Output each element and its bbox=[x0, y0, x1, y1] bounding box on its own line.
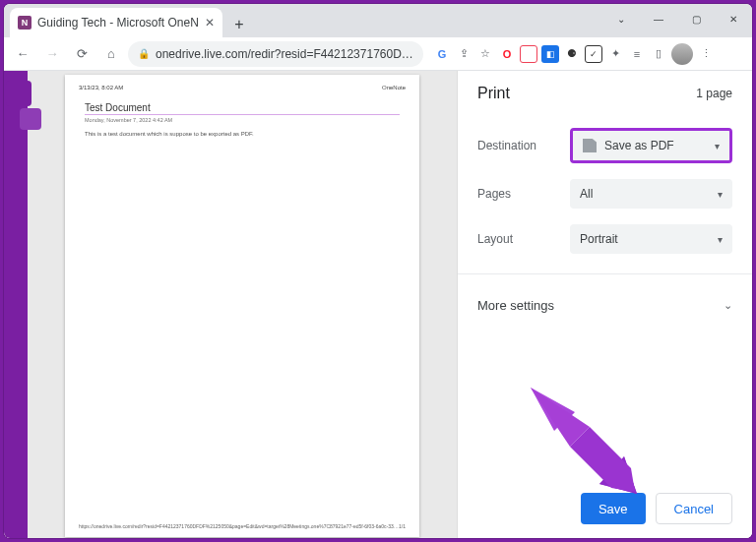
document-title: Test Document bbox=[85, 102, 400, 115]
more-settings-toggle[interactable]: More settings ⌄ bbox=[458, 286, 752, 325]
tab-title: Guiding Tech - Microsoft OneN bbox=[37, 16, 199, 30]
address-bar[interactable]: 🔒 onedrive.live.com/redir?resid=F4421237… bbox=[128, 41, 423, 67]
destination-value: Save as PDF bbox=[604, 139, 674, 152]
destination-select[interactable]: Save as PDF ▾ bbox=[573, 131, 729, 160]
extension-icons: G ⇪ ☆ O ◧ ⚈ ✓ ✦ ≡ ▯ ⋮ bbox=[433, 43, 715, 65]
layout-label: Layout bbox=[477, 232, 560, 246]
destination-label: Destination bbox=[477, 139, 560, 152]
print-preview-pane: 3/13/23, 8:02 AM OneNote Test Document M… bbox=[28, 71, 457, 538]
tab-close-icon[interactable]: ✕ bbox=[205, 16, 215, 30]
menu-icon[interactable]: ⋮ bbox=[697, 45, 715, 63]
chevron-down-icon: ⌄ bbox=[724, 299, 732, 312]
browser-tab[interactable]: N Guiding Tech - Microsoft OneN ✕ bbox=[10, 8, 222, 37]
save-button[interactable]: Save bbox=[581, 493, 646, 524]
checkbox-icon[interactable]: ✓ bbox=[585, 45, 602, 63]
share-icon[interactable]: ⇪ bbox=[455, 45, 472, 63]
close-window-button[interactable]: ✕ bbox=[715, 4, 752, 33]
url-text: onedrive.live.com/redir?resid=F442123717… bbox=[156, 47, 413, 61]
chevron-down-icon: ▾ bbox=[718, 234, 723, 245]
reader-icon[interactable]: ≡ bbox=[628, 45, 646, 63]
cancel-button-label: Cancel bbox=[674, 502, 714, 516]
onenote-favicon-icon: N bbox=[18, 16, 32, 30]
maximize-button[interactable]: ▢ bbox=[677, 4, 715, 33]
pdf-doc-icon bbox=[583, 139, 597, 152]
opera-icon[interactable]: O bbox=[498, 45, 516, 63]
cancel-button[interactable]: Cancel bbox=[656, 493, 732, 524]
music-icon[interactable]: ▯ bbox=[650, 45, 667, 63]
reload-button[interactable]: ⟳ bbox=[69, 41, 94, 67]
home-button[interactable]: ⌂ bbox=[98, 41, 124, 67]
document-body: This is a test document which is suppose… bbox=[85, 131, 400, 137]
pages-select[interactable]: All ▾ bbox=[570, 179, 732, 209]
content-area: 3/13/23, 8:02 AM OneNote Test Document M… bbox=[4, 71, 752, 538]
preview-header-date: 3/13/23, 8:02 AM bbox=[79, 85, 123, 90]
back-button[interactable]: ← bbox=[10, 41, 35, 67]
more-settings-label: More settings bbox=[477, 298, 554, 313]
preview-header-app: OneNote bbox=[382, 85, 406, 90]
print-page-count: 1 page bbox=[696, 87, 732, 100]
minimize-button[interactable]: — bbox=[640, 4, 677, 33]
lock-icon: 🔒 bbox=[138, 48, 150, 59]
print-actions: Save Cancel bbox=[458, 479, 752, 538]
print-title: Print bbox=[477, 85, 510, 102]
save-button-label: Save bbox=[598, 502, 628, 516]
pages-label: Pages bbox=[477, 187, 560, 201]
onenote-sidebar bbox=[4, 71, 28, 538]
pocket-icon[interactable] bbox=[520, 45, 537, 63]
google-icon[interactable]: G bbox=[433, 45, 451, 63]
chevron-down-icon: ▾ bbox=[715, 141, 720, 151]
browser-toolbar: ← → ⟳ ⌂ 🔒 onedrive.live.com/redir?resid=… bbox=[4, 37, 752, 71]
forward-button[interactable]: → bbox=[39, 41, 65, 67]
star-icon[interactable]: ☆ bbox=[476, 45, 494, 63]
profile-avatar[interactable] bbox=[671, 43, 693, 65]
chevron-down-icon: ▾ bbox=[718, 189, 723, 200]
preview-footer-page: 1/1 bbox=[399, 523, 406, 529]
separator bbox=[458, 273, 752, 274]
layout-value: Portrait bbox=[580, 232, 618, 246]
puzzle-icon[interactable]: ✦ bbox=[606, 45, 624, 63]
browser-window: N Guiding Tech - Microsoft OneN ✕ + ⌄ — … bbox=[4, 4, 752, 538]
extension-badge-icon[interactable]: ◧ bbox=[541, 45, 559, 63]
chevron-down-icon[interactable]: ⌄ bbox=[602, 4, 640, 33]
preview-page: 3/13/23, 8:02 AM OneNote Test Document M… bbox=[65, 75, 419, 537]
layout-select[interactable]: Portrait ▾ bbox=[570, 224, 732, 254]
onenote-expand-icon[interactable] bbox=[20, 108, 41, 130]
preview-footer-url: https://onedrive.live.com/redir?resid=F4… bbox=[79, 523, 399, 529]
extension-icon[interactable]: ⚈ bbox=[563, 45, 581, 63]
window-controls: ⌄ — ▢ ✕ bbox=[602, 4, 752, 33]
document-meta: Monday, November 7, 2022 4:42 AM bbox=[85, 117, 400, 123]
print-panel: Print 1 page Destination Save as PDF ▾ P… bbox=[457, 71, 752, 538]
titlebar: N Guiding Tech - Microsoft OneN ✕ + ⌄ — … bbox=[4, 4, 752, 37]
pages-value: All bbox=[580, 187, 593, 201]
destination-highlight: Save as PDF ▾ bbox=[570, 128, 732, 163]
new-tab-button[interactable]: + bbox=[226, 12, 252, 37]
